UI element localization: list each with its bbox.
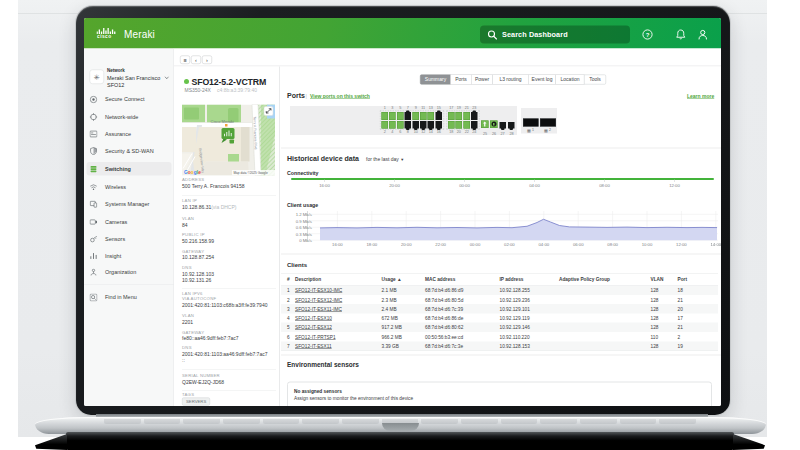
svg-text:Map data ©2025 Google: Map data ©2025 Google bbox=[234, 171, 269, 175]
svg-text:Cisco Meraki: Cisco Meraki bbox=[211, 118, 234, 123]
svg-text:cisco: cisco bbox=[97, 33, 112, 37]
svg-text:?: ? bbox=[646, 31, 650, 37]
svg-text:e: e bbox=[198, 169, 201, 174]
